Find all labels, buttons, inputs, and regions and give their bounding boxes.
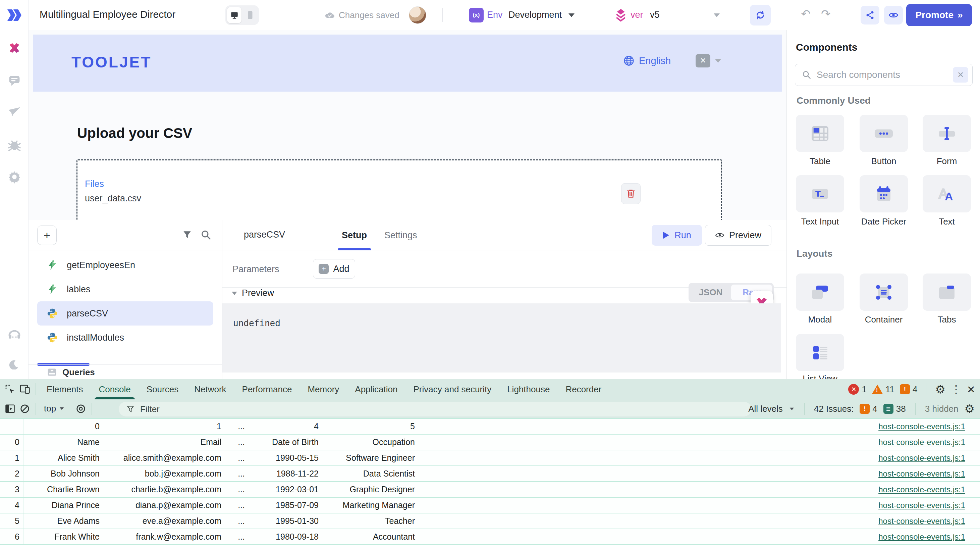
components-search[interactable]: ✕ (795, 64, 973, 86)
run-query-button[interactable]: Run (652, 225, 702, 245)
devtools-tab[interactable]: Recorder (565, 379, 601, 399)
query-item-installModules[interactable]: installModules (37, 325, 213, 350)
device-toggle[interactable] (225, 5, 259, 25)
add-query-button[interactable]: + (37, 226, 57, 245)
devtools-tab[interactable]: Memory (307, 379, 339, 399)
console-source-link[interactable]: host-console-events.js:1 (878, 438, 965, 447)
devtools-tab[interactable]: Elements (47, 379, 83, 399)
console-settings-gear-icon[interactable]: ⚙ (964, 402, 975, 416)
app-canvas[interactable]: TOOLJET English ✕ Upload your CSV Files … (29, 30, 786, 220)
component-card-date-picker[interactable] (860, 175, 908, 212)
console-source-link[interactable]: host-console-events.js:1 (878, 501, 965, 510)
sidebar-send-button[interactable] (7, 105, 21, 119)
sidebar-settings-button[interactable] (7, 170, 21, 184)
query-item-lables[interactable]: lables (37, 277, 213, 301)
query-item-parseCSV[interactable]: parseCSV (37, 301, 213, 325)
queries-footer[interactable]: Queries (29, 365, 222, 379)
query-name: parseCSV (67, 308, 108, 319)
redo-button[interactable]: ↷ (821, 8, 831, 19)
console-source-link[interactable]: host-console-events.js:1 (878, 453, 965, 463)
release-button[interactable] (750, 5, 771, 25)
app-preview-button[interactable] (884, 6, 903, 24)
console-filter-input[interactable] (140, 404, 744, 415)
component-card-text[interactable]: A A (923, 175, 971, 212)
desktop-toggle-button[interactable] (227, 7, 242, 23)
console-output[interactable]: 0 1 ... 4 5 host-console-events.js:1 0 N… (0, 418, 980, 545)
share-button[interactable] (861, 6, 880, 24)
sidebar-debugger-button[interactable] (7, 138, 21, 152)
console-source-link[interactable]: host-console-events.js:1 (878, 469, 965, 478)
search-queries-icon[interactable] (200, 229, 211, 240)
console-filter[interactable] (119, 402, 751, 416)
devtools-tab[interactable]: Performance (242, 379, 292, 399)
sidebar-pages-button[interactable] (7, 41, 21, 55)
query-editor-tab[interactable]: Settings (382, 220, 419, 250)
component-card-modal[interactable] (796, 274, 844, 311)
language-clear-button[interactable]: ✕ (695, 54, 710, 67)
component-card-button[interactable] (860, 115, 908, 152)
devtools-kebab-menu-icon[interactable]: ⋮ (951, 383, 962, 396)
dark-mode-toggle[interactable] (7, 357, 21, 371)
warning-icon[interactable]: ! (872, 385, 883, 394)
undo-button[interactable]: ↶ (801, 8, 811, 19)
file-picker-widget[interactable]: Files user_data.csv (76, 159, 722, 220)
filter-queries-icon[interactable] (182, 229, 192, 240)
runjs-icon (47, 260, 58, 271)
component-card-container[interactable] (860, 274, 908, 311)
levels-dropdown[interactable]: All levels (748, 404, 783, 414)
version-chevron-down-icon[interactable] (714, 13, 720, 17)
component-card-form[interactable] (923, 115, 971, 152)
devtools-tab[interactable]: Lighthouse (507, 379, 550, 399)
devtools-tab[interactable]: Privacy and security (414, 379, 492, 399)
console-source-link[interactable]: host-console-events.js:1 (878, 422, 965, 431)
inspect-element-button[interactable] (3, 382, 18, 397)
component-card-text-input[interactable] (796, 175, 844, 212)
delete-file-button[interactable] (621, 183, 641, 204)
mobile-toggle-button[interactable] (243, 7, 257, 23)
component-card-tabs[interactable] (923, 274, 971, 311)
env-chevron-down-icon[interactable] (568, 13, 574, 17)
sidebar-comments-button[interactable] (7, 73, 21, 88)
devtools-settings-gear-icon[interactable]: ⚙ (935, 382, 945, 396)
add-parameter-button[interactable]: + Add (313, 259, 355, 279)
console-source-link[interactable]: host-console-events.js:1 (878, 516, 965, 526)
live-expression-button[interactable] (73, 402, 88, 416)
query-title[interactable]: parseCSV (244, 229, 285, 240)
device-toolbar-button[interactable] (18, 382, 32, 397)
devtools-tab[interactable]: Sources (146, 379, 178, 399)
console-sidebar-button[interactable] (3, 402, 18, 416)
components-search-input[interactable] (816, 69, 948, 81)
devtools-close-icon[interactable]: ✕ (967, 384, 975, 395)
tooljet-logo[interactable] (0, 0, 29, 30)
console-source-link[interactable]: host-console-events.js:1 (878, 532, 965, 542)
issues-icon[interactable]: ! (900, 384, 910, 394)
sidebar-support-button[interactable] (7, 327, 21, 341)
hidden-messages-label[interactable]: 3 hidden (925, 404, 959, 414)
app-name[interactable]: Multilingual Employee Director (40, 9, 184, 20)
devtools-tab[interactable]: Console (99, 379, 130, 399)
error-badge-icon[interactable]: ✕ (848, 384, 859, 395)
language-select[interactable]: English ✕ (624, 54, 721, 67)
issues-label[interactable]: 42 Issues: (814, 404, 854, 414)
issues-icon: ! (860, 404, 870, 414)
promote-button[interactable]: Promote » (906, 4, 972, 26)
component-card-table[interactable] (796, 115, 844, 152)
language-chevron-down-icon[interactable] (715, 59, 721, 63)
clear-console-button[interactable] (18, 402, 32, 416)
avatar[interactable] (409, 6, 426, 24)
console-source-link[interactable]: host-console-events.js:1 (878, 485, 965, 494)
preview-query-button[interactable]: Preview (705, 225, 772, 245)
search-clear-button[interactable]: ✕ (953, 67, 968, 83)
preview-section-toggle[interactable]: Preview (232, 288, 274, 298)
query-item-getEmployeesEn[interactable]: getEmployeesEn (37, 253, 213, 277)
component-card-list-view[interactable] (796, 334, 844, 371)
desktop-icon (230, 11, 239, 19)
app-header-widget[interactable]: TOOLJET English ✕ (33, 35, 782, 92)
query-editor-tab[interactable]: Setup (340, 220, 369, 250)
json-toggle-button[interactable]: JSON (690, 285, 731, 300)
context-selector[interactable]: top (44, 403, 56, 414)
devtools-tab[interactable]: Application (355, 379, 398, 399)
divider (915, 403, 916, 415)
devtools-tab[interactable]: Network (194, 379, 226, 399)
console-table-row: 2 Bob Johnson bob.j@example.com ... 1988… (0, 466, 980, 482)
